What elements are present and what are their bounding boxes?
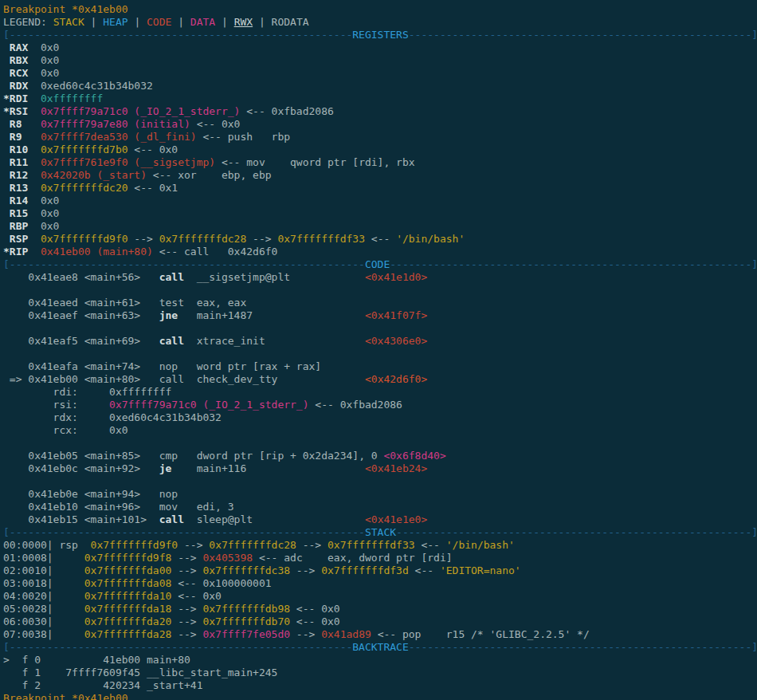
- text-segment: 04:0020|: [3, 590, 84, 602]
- text-segment: 'EDITOR=nano': [440, 564, 521, 576]
- text-segment: 0x7fffffffda28: [84, 628, 172, 640]
- text-segment: [---------------------------------------…: [3, 641, 352, 653]
- text-segment: 0x7ffff79a7e80 (initial): [41, 118, 190, 130]
- code-blank: [3, 348, 757, 360]
- text-segment: [28, 144, 41, 155]
- text-segment: [28, 54, 41, 66]
- text-segment: main+1487: [197, 309, 253, 321]
- text-segment: 0xffffffff: [41, 92, 103, 104]
- code-main-63: 0x41eaef <main+63> jne main+1487 <0x41f0…: [3, 309, 757, 322]
- register-r9: R9 0x7ffff7dea530 (_dl_fini) <-- push rb…: [3, 131, 757, 144]
- text-segment: rdx: 0xed60c4c31b34b032: [3, 411, 222, 423]
- text-segment: 0x41eaf5 <main+69>: [3, 335, 159, 347]
- text-segment: RSI: [10, 105, 28, 117]
- text-segment: eax, eax: [197, 297, 247, 309]
- register-r12: R12 0x42020b (_start) <-- xor ebp, ebp: [3, 169, 757, 182]
- text-segment: word ptr [rax + rax]: [197, 360, 322, 372]
- text-segment: main+116: [197, 462, 247, 474]
- text-segment: 0x7fffffffda20: [84, 615, 172, 627]
- code-main-85: 0x41eb05 <main+85> cmp dword ptr [rip + …: [3, 450, 757, 462]
- text-segment: <-- pop r15 /* 'GLIBC_2.2.5' */: [371, 628, 590, 640]
- text-segment: R13: [10, 182, 28, 194]
- text-segment: 0x41eb05 <main+85>: [3, 450, 159, 462]
- text-segment: 0x7fffffffdb98: [202, 603, 290, 615]
- text-segment: mov: [159, 501, 197, 513]
- text-segment: nop: [159, 488, 178, 500]
- text-segment: <-- 0x100000001: [171, 577, 271, 589]
- text-segment: [28, 92, 41, 104]
- text-segment: R9: [10, 131, 22, 143]
- text-segment: [3, 169, 10, 181]
- text-segment: [253, 513, 365, 525]
- register-r13: R13 0x7fffffffdc20 <-- 0x1: [3, 182, 757, 195]
- text-segment: [28, 182, 41, 194]
- text-segment: R12: [10, 169, 28, 181]
- text-segment: REGISTERS: [352, 29, 408, 41]
- text-segment: [3, 207, 10, 219]
- register-rax: RAX 0x0: [3, 41, 757, 54]
- text-segment: [178, 309, 196, 321]
- text-segment: <0x42d6f0>: [365, 373, 427, 385]
- text-segment: 0x7fffffffdf3d: [321, 564, 409, 576]
- register-rbp: RBP 0x0: [3, 220, 757, 233]
- text-segment: 07:0038|: [3, 628, 84, 640]
- text-segment: 0x7ffff79a71c0 (_IO_2_1_stderr_): [109, 399, 308, 411]
- text-segment: 0x7ffff7dea530 (_dl_fini): [41, 131, 197, 143]
- text-segment: 0x7fffffffd7b0: [41, 144, 128, 155]
- text-segment: -->: [171, 615, 202, 627]
- text-segment: [184, 271, 197, 283]
- text-segment: [28, 41, 41, 53]
- code-blank: [3, 284, 757, 297]
- text-segment: <--: [409, 564, 440, 576]
- register-r8: R8 0x7ffff79a7e80 (initial) <-- 0x0: [3, 118, 757, 131]
- text-segment: [28, 105, 41, 117]
- text-segment: je: [159, 462, 172, 474]
- code-main-56: 0x41eae8 <main+56> call __sigsetjmp@plt …: [3, 271, 757, 284]
- text-segment: __sigsetjmp@plt: [197, 271, 290, 283]
- register-rdx: RDX 0xed60c4c31b34b032: [3, 80, 757, 92]
- text-segment: RBX: [10, 54, 28, 66]
- text-segment: ----------------------------------------…: [390, 258, 757, 270]
- text-segment: <-- 0xfbad2086: [240, 105, 333, 117]
- text-segment: LEGEND:: [3, 16, 53, 28]
- text-segment: [3, 144, 10, 155]
- text-segment: [---------------------------------------…: [3, 526, 365, 538]
- text-segment: 0x7fffffffdc38: [202, 564, 290, 576]
- text-segment: <0x41e1e0>: [365, 513, 427, 525]
- text-segment: DATA: [190, 16, 215, 28]
- text-segment: [---------------------------------------…: [3, 29, 352, 41]
- text-segment: nop: [159, 360, 197, 372]
- text-segment: *: [3, 105, 10, 117]
- code-main-69: 0x41eaf5 <main+69> call xtrace_init <0x4…: [3, 335, 757, 348]
- text-segment: 0x7fffffffdc28: [159, 233, 247, 245]
- text-segment: RCX: [10, 67, 28, 79]
- text-segment: 00:0000|: [3, 539, 59, 551]
- register-r15: R15 0x0: [3, 207, 757, 220]
- register-r14: R14 0x0: [3, 195, 757, 207]
- text-segment: jne: [159, 309, 178, 321]
- stack-04: 04:0020| 0x7fffffffda10 <-- 0x0: [3, 590, 757, 603]
- text-segment: [3, 156, 10, 168]
- text-segment: [3, 233, 10, 245]
- text-segment: [3, 220, 10, 232]
- text-segment: <-- call 0x42d6f0: [153, 246, 278, 258]
- text-segment: =>: [3, 373, 28, 385]
- text-segment: [184, 513, 197, 525]
- text-segment: -->: [171, 603, 202, 615]
- text-segment: 0x7ffff7fe05d0: [202, 628, 290, 640]
- text-segment: [3, 195, 10, 206]
- text-segment: call: [159, 271, 184, 283]
- text-segment: [171, 462, 196, 474]
- text-segment: R10: [10, 144, 28, 155]
- terminal-screen[interactable]: Breakpoint *0x41eb00LEGEND: STACK | HEAP…: [0, 0, 757, 700]
- text-segment: 0x0: [41, 220, 59, 232]
- stack-06: 06:0030| 0x7fffffffda20 --> 0x7fffffffdb…: [3, 615, 757, 628]
- text-segment: |: [215, 16, 233, 28]
- text-segment: [3, 182, 10, 194]
- text-segment: 0x7fffffffd9f0: [91, 539, 178, 551]
- text-segment: [290, 271, 365, 283]
- text-segment: 0x7fffffffda08: [84, 577, 172, 589]
- code-main-61: 0x41eaed <main+61> test eax, eax: [3, 297, 757, 309]
- text-segment: rsp: [59, 539, 77, 551]
- text-segment: R11: [10, 156, 28, 168]
